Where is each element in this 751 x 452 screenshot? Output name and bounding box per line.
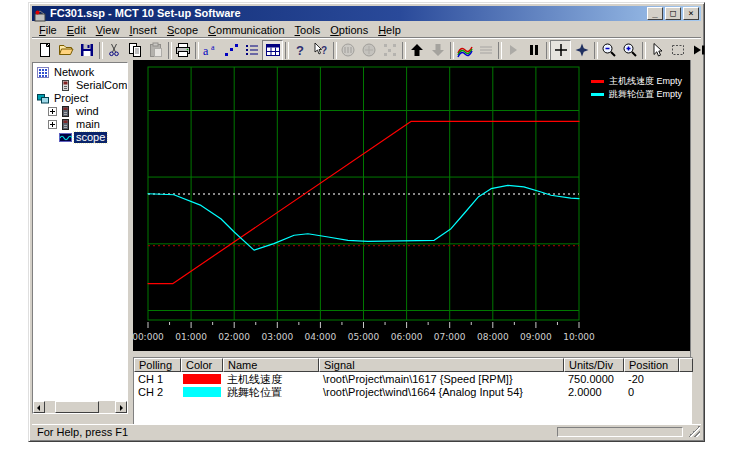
svg-text:04:000: 04:000 <box>305 332 337 342</box>
print-icon[interactable] <box>172 40 193 61</box>
legend-label: 主机线速度 Empty <box>609 75 682 88</box>
tree-item-serialcom[interactable]: SerialCom <box>35 79 127 91</box>
menu-file[interactable]: File <box>34 23 62 37</box>
font-size-icon[interactable]: aa <box>199 40 220 61</box>
channel-table-header[interactable]: PollingColorNameSignalUnits/DivPosition <box>134 358 692 372</box>
close-button[interactable]: × <box>683 7 699 20</box>
tree-item-project[interactable]: Project <box>35 92 127 104</box>
tree-item-label: main <box>74 119 102 130</box>
toolbar: aa?? <box>32 37 701 62</box>
column-header-units-div[interactable]: Units/Div <box>564 358 624 372</box>
grid-view-icon[interactable] <box>262 40 283 61</box>
new-document-icon[interactable] <box>34 40 55 61</box>
expand-plus-icon[interactable] <box>48 107 57 116</box>
svg-text:01:000: 01:000 <box>175 332 207 342</box>
column-header-polling[interactable]: Polling <box>134 358 181 372</box>
play-icon[interactable] <box>502 40 523 61</box>
flat-lines-icon[interactable] <box>475 40 496 61</box>
legend-label: 跳舞轮位置 Empty <box>609 88 682 101</box>
toolbar-separator <box>97 40 103 61</box>
menu-communication[interactable]: Communication <box>203 23 289 37</box>
menu-options[interactable]: Options <box>325 23 373 37</box>
zoom-out-icon[interactable] <box>598 40 619 61</box>
paste-icon[interactable] <box>145 40 166 61</box>
scroll-thumb[interactable] <box>55 401 99 413</box>
svg-text:03:000: 03:000 <box>261 332 293 342</box>
title-bar[interactable]: FC301.ssp - MCT 10 Set-up Software _ □ × <box>32 6 701 21</box>
selection-box-icon[interactable] <box>667 40 688 61</box>
menu-edit[interactable]: Edit <box>62 23 91 37</box>
step-forward-icon[interactable] <box>688 40 709 61</box>
scatter-points-icon[interactable] <box>220 40 241 61</box>
chart-legend: 主机线速度 Empty跳舞轮位置 Empty <box>591 75 682 101</box>
cell-signal: \root\Project\main\1617 {Speed [RPM]} <box>319 373 564 385</box>
project-tree-panel: NetworkSerialComProjectwindmainscope <box>32 62 128 414</box>
app-icon <box>34 8 47 20</box>
compare-icon[interactable] <box>379 40 400 61</box>
context-help-icon[interactable]: ? <box>310 40 331 61</box>
menu-bar: FileEditViewInsertScopeCommunicationTool… <box>32 22 701 37</box>
column-header-signal[interactable]: Signal <box>319 358 564 372</box>
svg-text:06:000: 06:000 <box>391 332 423 342</box>
list-view-icon[interactable] <box>241 40 262 61</box>
copy-icon[interactable] <box>124 40 145 61</box>
scroll-right-button[interactable] <box>115 401 127 413</box>
column-header-name[interactable]: Name <box>223 358 319 372</box>
zoom-in-icon[interactable] <box>619 40 640 61</box>
toolbar-separator <box>592 40 598 61</box>
tree-item-label: wind <box>74 106 101 117</box>
tree-horizontal-scrollbar[interactable] <box>33 401 127 413</box>
column-header-color[interactable]: Color <box>181 358 223 372</box>
pointer-icon[interactable] <box>646 40 667 61</box>
column-header-position[interactable]: Position <box>624 358 679 372</box>
column-header-filler[interactable] <box>679 358 693 372</box>
crosshair-icon[interactable] <box>550 40 571 61</box>
channel-row-ch2[interactable]: CH 2跳舞轮位置\root\Project\wind\1664 {Analog… <box>134 386 692 398</box>
tree-item-label: SerialCom <box>74 80 128 91</box>
minimize-button[interactable]: _ <box>647 7 663 20</box>
project-icon <box>37 93 50 104</box>
cell-polling: CH 1 <box>134 373 181 385</box>
svg-text:?: ? <box>296 43 304 58</box>
svg-text:08:000: 08:000 <box>477 332 509 342</box>
tree-item-scope[interactable]: scope <box>35 131 127 143</box>
open-folder-icon[interactable] <box>55 40 76 61</box>
tree-item-label: scope <box>74 132 107 143</box>
menu-view[interactable]: View <box>91 23 125 37</box>
cell-name: 跳舞轮位置 <box>223 386 319 398</box>
svg-text:00:000: 00:000 <box>133 332 164 342</box>
channel-table: PollingColorNameSignalUnits/DivPosition … <box>133 357 693 427</box>
cell-signal: \root\Project\wind\1664 {Analog Input 54… <box>319 386 564 398</box>
curves-icon[interactable] <box>454 40 475 61</box>
tree-item-wind[interactable]: wind <box>35 105 127 117</box>
maximize-button[interactable]: □ <box>665 7 681 20</box>
menu-insert[interactable]: Insert <box>124 23 162 37</box>
save-icon[interactable] <box>76 40 97 61</box>
toolbar-separator <box>544 40 550 61</box>
tree-item-network[interactable]: Network <box>35 66 127 78</box>
resize-grip[interactable] <box>688 425 700 437</box>
svg-text:?: ? <box>321 45 327 56</box>
status-message: For Help, press F1 <box>37 426 128 438</box>
menu-scope[interactable]: Scope <box>162 23 203 37</box>
cell-position: 0 <box>624 386 679 398</box>
channel-row-ch1[interactable]: CH 1主机线速度\root\Project\main\1617 {Speed … <box>134 373 692 385</box>
read-from-drive-icon[interactable] <box>337 40 358 61</box>
cut-icon[interactable] <box>103 40 124 61</box>
scroll-left-button[interactable] <box>33 401 45 413</box>
toolbar-separator <box>283 40 289 61</box>
tree-item-main[interactable]: main <box>35 118 127 130</box>
tracking-cursor-icon[interactable] <box>571 40 592 61</box>
drive-icon <box>59 119 72 130</box>
pause-icon[interactable] <box>523 40 544 61</box>
expand-plus-icon[interactable] <box>48 120 57 129</box>
svg-text:07:000: 07:000 <box>434 332 466 342</box>
channel-color-swatch <box>183 374 221 384</box>
help-icon[interactable]: ? <box>289 40 310 61</box>
menu-tools[interactable]: Tools <box>290 23 326 37</box>
move-down-icon[interactable] <box>427 40 448 61</box>
write-to-drive-icon[interactable] <box>358 40 379 61</box>
menu-help[interactable]: Help <box>373 23 406 37</box>
scope-canvas[interactable]: 00:00001:00002:00003:00004:00005:00006:0… <box>133 60 690 351</box>
move-up-icon[interactable] <box>406 40 427 61</box>
